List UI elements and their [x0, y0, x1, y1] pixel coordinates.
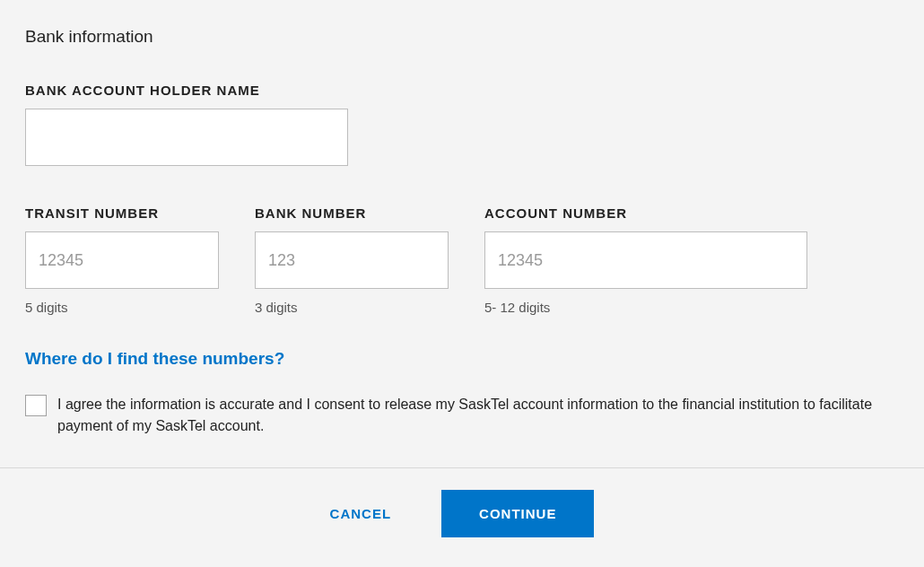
transit-input[interactable]: [25, 231, 219, 289]
transit-group: TRANSIT NUMBER 5 digits: [25, 205, 219, 315]
bank-helper: 3 digits: [255, 300, 449, 315]
footer: CANCEL CONTINUE: [0, 467, 924, 537]
holder-name-group: BANK ACCOUNT HOLDER NAME: [25, 83, 348, 166]
help-link[interactable]: Where do I find these numbers?: [25, 349, 284, 369]
account-input[interactable]: [484, 231, 807, 289]
account-helper: 5- 12 digits: [484, 300, 807, 315]
bank-group: BANK NUMBER 3 digits: [255, 205, 449, 315]
consent-row: I agree the information is accurate and …: [25, 394, 899, 437]
section-title: Bank information: [25, 27, 899, 47]
consent-checkbox[interactable]: [25, 395, 47, 416]
holder-name-input[interactable]: [25, 109, 348, 166]
holder-name-label: BANK ACCOUNT HOLDER NAME: [25, 83, 348, 98]
bank-input[interactable]: [255, 231, 449, 289]
consent-text: I agree the information is accurate and …: [57, 394, 890, 437]
transit-label: TRANSIT NUMBER: [25, 205, 219, 221]
account-group: ACCOUNT NUMBER 5- 12 digits: [484, 205, 807, 315]
account-label: ACCOUNT NUMBER: [484, 205, 807, 221]
transit-helper: 5 digits: [25, 300, 219, 315]
bank-label: BANK NUMBER: [255, 205, 449, 221]
continue-button[interactable]: CONTINUE: [441, 490, 594, 537]
cancel-button[interactable]: CANCEL: [330, 506, 392, 521]
